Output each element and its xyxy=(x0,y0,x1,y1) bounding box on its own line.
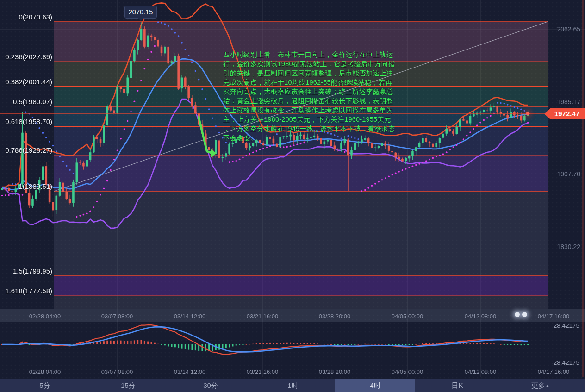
tab-period-1[interactable]: 5分 xyxy=(39,379,50,392)
scroll-to-latest-indicator[interactable] xyxy=(515,312,527,317)
date-label: 02/28 04:00 xyxy=(29,312,61,321)
analyst-annotation: 四小时级别上看，布林带开口向上，金价运行在中上轨运行，金价多次测试1980都无法… xyxy=(223,50,395,143)
annotation-line: 四小时级别上看，布林带开口向上，金价运行在中上轨运 xyxy=(223,50,395,59)
date-label: 04/05 00:00 xyxy=(392,312,423,321)
fib-level-label: 1(1889.51) xyxy=(0,183,52,190)
scroll-dot-icon[interactable] xyxy=(515,312,520,317)
date-label: 03/21 16:00 xyxy=(247,367,279,377)
scroll-dot-icon[interactable] xyxy=(522,312,527,317)
tab-period-5[interactable]: 4时 xyxy=(370,379,380,392)
fib-level-label: 1.618(1777.58) xyxy=(0,287,52,295)
fib-level-label: 0.618(1958.70) xyxy=(0,118,52,125)
trading-app: 0(2070.63)0.236(2027.89)0.382(2001.44)0.… xyxy=(0,0,585,392)
chevron-up-icon: ▲ xyxy=(545,383,550,388)
annotation-line: 体上涨格局没有改变，开盘操作上考虑以回撤布局多单为 xyxy=(223,106,395,115)
timeframe-toolbar: 5分15分30分1时4时日K更多▲ xyxy=(0,379,585,392)
fib-level-label: 0.786(1928.27) xyxy=(0,147,52,154)
date-label: 04/17 16:00 xyxy=(538,312,570,321)
date-label: 03/14 12:00 xyxy=(174,312,206,321)
annotation-line: 结：黄金上涨突破后，遇阻回撤留有较长下影线，表明整 xyxy=(223,96,395,106)
price-axis-label: 1907.70 xyxy=(557,170,580,178)
fib-level-label: 0.236(2027.89) xyxy=(0,53,52,61)
annotation-line: 次奔向高点，大概率应该会往上突破；综上所述李鑫豪总 xyxy=(223,87,395,96)
date-label: 03/28 20:00 xyxy=(319,367,351,377)
peak-price-tooltip: 2070.15 xyxy=(124,6,157,19)
macd-max-label: 28.42175 xyxy=(554,322,579,329)
fib-level-label: 1.5(1798.95) xyxy=(0,268,52,275)
date-label: 04/12 08:00 xyxy=(465,312,497,321)
annotation-line: 不会改变。 xyxy=(223,133,395,143)
price-axis-label: 2062.65 xyxy=(557,25,580,33)
date-label: 03/07 08:00 xyxy=(101,312,133,321)
annotation-line: 行，金价多次测试1980都无法站上，它是考验后市方向指 xyxy=(223,59,395,68)
fib-level-label: 0.5(1980.07) xyxy=(0,98,52,106)
fib-level-label: 0.382(2001.44) xyxy=(0,78,52,86)
price-axis-label: 1985.17 xyxy=(557,98,580,106)
macd-min-label: -28.42175 xyxy=(551,359,579,366)
tab-period-2[interactable]: 15分 xyxy=(121,379,136,392)
tab-period-6[interactable]: 日K xyxy=(451,379,463,392)
annotation-line: 完成次高点，就在于10均线1962-55能否继续站稳；若再 xyxy=(223,78,395,87)
date-label: 03/28 20:00 xyxy=(319,312,351,321)
annotation-line: 主，上方关注1980-2005美元，下方关注1960-1955美元 xyxy=(223,115,395,124)
date-label: 04/17 16:00 xyxy=(538,367,570,377)
tab-period-4[interactable]: 1时 xyxy=(287,379,298,392)
date-label: 04/12 08:00 xyxy=(465,367,497,377)
more-label: 更多 xyxy=(531,381,545,389)
tab-period-3[interactable]: 30分 xyxy=(203,379,218,392)
date-label: 02/28 04:00 xyxy=(29,367,61,377)
date-label: 03/14 12:00 xyxy=(174,367,206,377)
annotation-line: ，下方多空分水岭在1949一线，该水平不下破，看涨形态 xyxy=(223,124,395,133)
annotation-line: 引的关键，是压制回归区间宽幅整理，后市能否加速上冲 xyxy=(223,68,395,78)
tab-more[interactable]: 更多▲ xyxy=(531,379,550,392)
price-axis-label: 1830.22 xyxy=(557,243,580,250)
date-label: 04/05 00:00 xyxy=(392,367,423,377)
date-label: 03/07 08:00 xyxy=(101,367,133,377)
last-price-tag: 1972.47 xyxy=(544,108,585,119)
date-label: 03/21 16:00 xyxy=(247,312,279,321)
fib-level-label: 0(2070.63) xyxy=(0,13,52,21)
